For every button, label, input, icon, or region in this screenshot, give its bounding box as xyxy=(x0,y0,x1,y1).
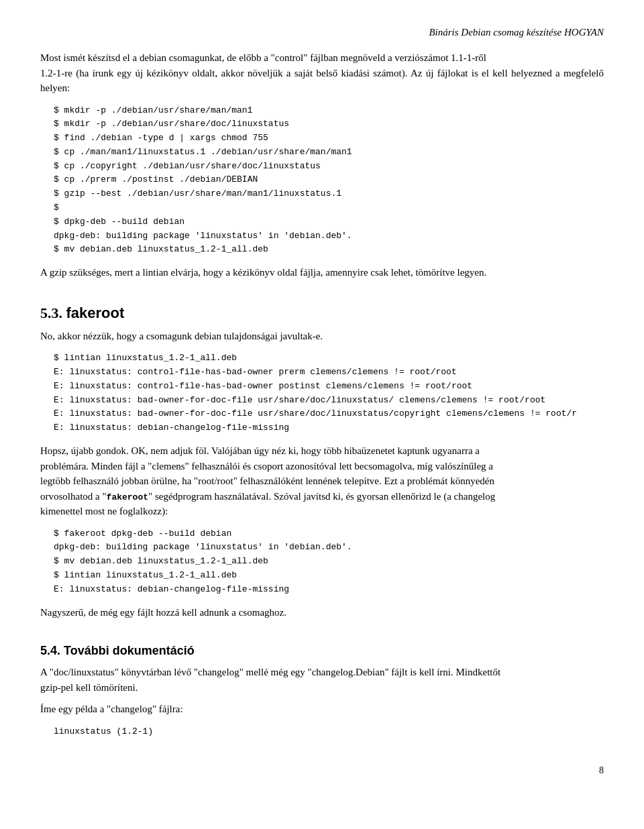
section-53-heading: 5.3. fakeroot xyxy=(40,305,604,322)
code-block-1: $ mkdir -p ./debian/usr/share/man/man1 $… xyxy=(54,104,604,258)
code-block-3: $ fakeroot dpkg-deb --build debian dpkg-… xyxy=(54,527,604,597)
section54-p1: A "doc/linuxstatus" könyvtárban lévő "ch… xyxy=(40,665,604,695)
section54-p3: Íme egy példa a "changelog" fájlra: xyxy=(40,702,604,717)
section53-p1: No, akkor nézzük, hogy a csomagunk debia… xyxy=(40,329,604,344)
code-block-4: linuxstatus (1.2-1) xyxy=(54,725,604,739)
gzip-paragraph: A gzip szükséges, mert a lintian elvárja… xyxy=(40,265,604,280)
page-header: Bináris Debian csomag készítése HOGYAN xyxy=(40,27,604,38)
nagyszerű-paragraph: Nagyszerű, de még egy fájlt hozzá kell a… xyxy=(40,605,604,620)
page-number: 8 xyxy=(40,765,604,776)
intro-paragraph-1: Most ismét készítsd el a debian csomagun… xyxy=(40,50,604,96)
page-header-title: Bináris Debian csomag készítése HOGYAN xyxy=(429,27,604,38)
section-54-heading: 5.4. További dokumentáció xyxy=(40,644,604,658)
code-block-2: $ lintian linuxstatus_1.2-1_all.deb E: l… xyxy=(54,351,604,435)
hopsz-paragraph: Hopsz, újabb gondok. OK, nem adjuk föl. … xyxy=(40,443,604,519)
